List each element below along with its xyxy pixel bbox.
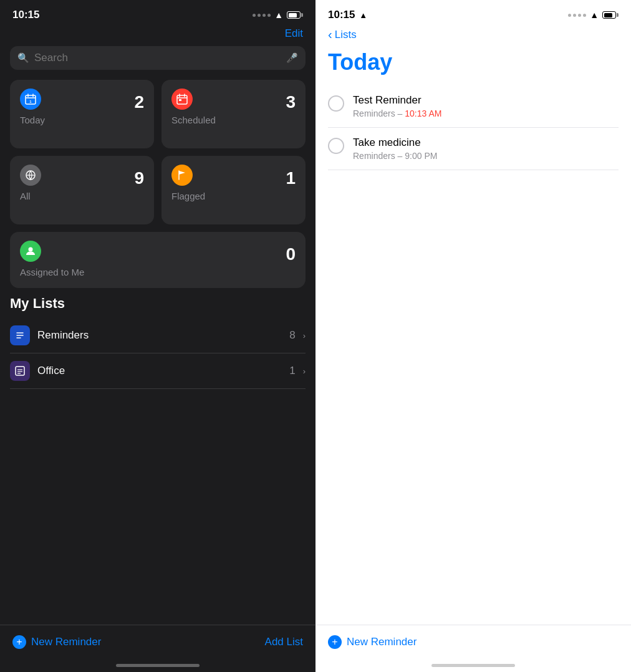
today-icon: 1 xyxy=(20,89,41,110)
reminder-item-medicine[interactable]: Take medicine Reminders – 9:00 PM xyxy=(328,128,619,170)
mic-icon[interactable]: 🎤 xyxy=(286,52,298,64)
battery-icon-right xyxy=(602,11,619,19)
left-panel: 10:15 ▲ Edit 🔍 🎤 xyxy=(0,0,316,672)
edit-button[interactable]: Edit xyxy=(285,27,303,40)
office-chevron-icon: › xyxy=(303,367,306,376)
office-list-icon xyxy=(10,361,30,381)
scheduled-label: Scheduled xyxy=(171,115,296,125)
flagged-label: Flagged xyxy=(171,191,296,201)
status-bar-right: 10:15 ▲ ▲ xyxy=(316,0,631,25)
list-item-office[interactable]: Office 1 › xyxy=(10,353,306,389)
bottom-bar-right: + New Reminder xyxy=(316,625,631,664)
reminders-list-count: 8 xyxy=(289,329,295,342)
edit-bar: Edit xyxy=(0,25,316,46)
back-chevron-icon: ‹ xyxy=(328,27,332,42)
search-icon: 🔍 xyxy=(17,52,29,64)
svg-rect-16 xyxy=(16,367,24,375)
new-reminder-button-left[interactable]: + New Reminder xyxy=(12,635,101,649)
smart-card-assigned[interactable]: 0 Assigned to Me xyxy=(10,232,306,288)
back-label: Lists xyxy=(335,29,357,41)
reminder-title-test: Test Reminder xyxy=(353,94,619,107)
new-reminder-label-left: New Reminder xyxy=(31,636,101,648)
all-icon xyxy=(20,165,41,186)
reminders-list-icon xyxy=(10,325,30,345)
smart-lists-grid: 1 2 Today 3 xyxy=(0,80,316,295)
reminder-prefix-medicine: Reminders – xyxy=(353,151,405,161)
reminder-content-medicine: Take medicine Reminders – 9:00 PM xyxy=(353,137,619,161)
reminder-title-medicine: Take medicine xyxy=(353,137,619,149)
all-count: 9 xyxy=(134,168,144,188)
time-right: 10:15 ▲ xyxy=(328,9,367,21)
reminders-list: Test Reminder Reminders – 10:13 AM Take … xyxy=(316,85,631,625)
home-indicator-left xyxy=(116,664,200,667)
signal-icon-right xyxy=(568,14,586,17)
reminder-prefix-test: Reminders – xyxy=(353,108,405,118)
search-input[interactable] xyxy=(34,52,281,64)
reminder-content-test: Test Reminder Reminders – 10:13 AM xyxy=(353,94,619,118)
smart-card-flagged[interactable]: 1 Flagged xyxy=(161,156,306,224)
add-list-button[interactable]: Add List xyxy=(265,636,303,648)
smart-card-today[interactable]: 1 2 Today xyxy=(10,80,154,148)
smart-card-all[interactable]: 9 All xyxy=(10,156,154,224)
page-title: Today xyxy=(316,47,631,85)
bottom-bar-left: + New Reminder Add List xyxy=(0,625,316,664)
status-bar-left: 10:15 ▲ xyxy=(0,0,316,25)
office-list-name: Office xyxy=(37,365,282,377)
office-list-count: 1 xyxy=(289,365,295,377)
location-icon: ▲ xyxy=(359,11,367,20)
assigned-icon xyxy=(20,241,41,262)
new-reminder-label-right: New Reminder xyxy=(347,636,417,648)
reminder-time-test: 10:13 AM xyxy=(405,108,441,118)
wifi-icon-right: ▲ xyxy=(590,10,599,20)
reminder-subtitle-test: Reminders – 10:13 AM xyxy=(353,108,619,118)
search-bar: 🔍 🎤 xyxy=(10,46,306,70)
list-item-reminders[interactable]: Reminders 8 › xyxy=(10,318,306,353)
nav-bar-right: ‹ Lists xyxy=(316,25,631,47)
flagged-icon xyxy=(171,165,193,186)
back-button[interactable]: ‹ Lists xyxy=(328,27,357,42)
assigned-label: Assigned to Me xyxy=(20,267,296,277)
today-label: Today xyxy=(20,115,144,125)
plus-circle-icon-right: + xyxy=(328,635,342,649)
svg-rect-5 xyxy=(177,95,187,104)
reminders-list-name: Reminders xyxy=(37,329,282,342)
wifi-icon-left: ▲ xyxy=(274,10,283,20)
assigned-count: 0 xyxy=(286,244,296,264)
scheduled-icon xyxy=(171,89,193,110)
signal-icon-left xyxy=(253,14,271,17)
scheduled-count: 3 xyxy=(286,92,296,112)
reminder-item-test[interactable]: Test Reminder Reminders – 10:13 AM xyxy=(328,85,619,128)
all-label: All xyxy=(20,191,144,201)
svg-point-12 xyxy=(29,247,33,252)
plus-circle-icon-left: + xyxy=(12,635,26,649)
reminder-time-medicine: 9:00 PM xyxy=(405,151,437,161)
my-lists-title: My Lists xyxy=(10,295,306,312)
new-reminder-button-right[interactable]: + New Reminder xyxy=(328,635,417,649)
reminder-subtitle-medicine: Reminders – 9:00 PM xyxy=(353,151,619,161)
time-left: 10:15 xyxy=(12,9,39,21)
reminders-chevron-icon: › xyxy=(303,331,306,340)
today-count: 2 xyxy=(134,92,144,112)
status-icons-left: ▲ xyxy=(253,10,303,20)
battery-icon-left xyxy=(287,11,303,19)
svg-text:1: 1 xyxy=(29,100,32,103)
my-lists-section: My Lists Reminders 8 › xyxy=(0,295,316,625)
right-panel: 10:15 ▲ ▲ ‹ Lists Today xyxy=(316,0,631,672)
home-indicator-right xyxy=(431,664,515,667)
status-icons-right: ▲ xyxy=(568,10,619,20)
smart-card-scheduled[interactable]: 3 Scheduled xyxy=(161,80,306,148)
reminder-circle-medicine[interactable] xyxy=(328,138,344,154)
svg-rect-9 xyxy=(179,99,181,101)
flagged-count: 1 xyxy=(286,168,296,188)
reminder-circle-test[interactable] xyxy=(328,95,344,112)
